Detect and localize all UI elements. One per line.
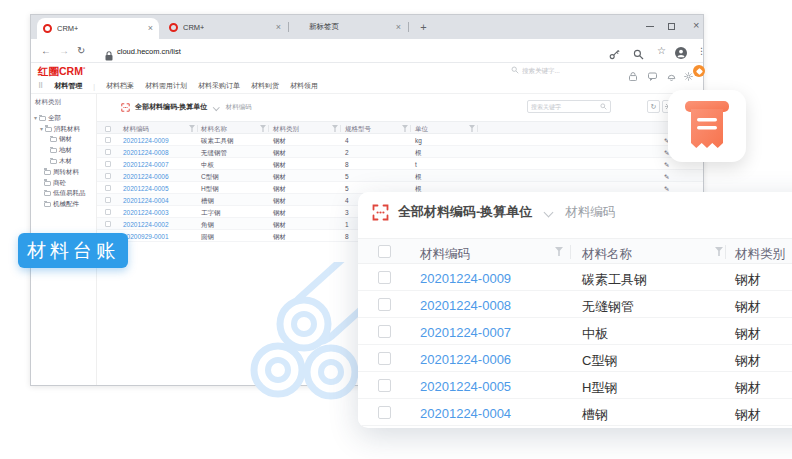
apps-grid-icon[interactable] (38, 82, 43, 90)
cell-material-code[interactable]: 20201224-0006 (420, 352, 511, 367)
global-search-input[interactable] (522, 67, 596, 74)
menu-item[interactable]: 材料采购订单 (198, 81, 240, 91)
close-button[interactable] (693, 19, 699, 31)
tab-crm-2[interactable]: CRM+ (163, 15, 287, 39)
tree-item[interactable]: 低值易耗品 (31, 189, 96, 200)
tree-item[interactable]: 全部 (31, 113, 96, 124)
menu-item[interactable]: 材料档案 (106, 81, 134, 91)
list-search-input[interactable] (531, 104, 600, 110)
table-row[interactable]: 20201224-0006C型钢钢材5根 (97, 170, 703, 182)
profile-avatar[interactable] (675, 45, 687, 63)
menu-item[interactable]: 材料领用 (290, 81, 318, 91)
column-filter-icon[interactable] (402, 125, 408, 132)
table-row[interactable]: 20201224-0005H型钢钢材 (358, 372, 792, 399)
tree-item[interactable]: 周转材料 (31, 167, 96, 178)
zoom-icon[interactable] (633, 46, 644, 64)
table-row[interactable]: 20201224-0007中板钢材 (358, 318, 792, 345)
table-row[interactable]: 20201224-0007中板钢材8t (97, 158, 703, 170)
row-checkbox[interactable] (378, 379, 391, 392)
cell-material-code[interactable]: 20201224-0008 (420, 298, 511, 313)
row-checkbox[interactable] (105, 221, 111, 227)
table-row[interactable]: 20201224-0008无缝钢管钢材2根 (97, 146, 703, 158)
main-table-header: 材料编码材料名称材料类别规格型号单位 (97, 121, 703, 134)
url-text[interactable]: cloud.hecom.cn/list (117, 47, 181, 56)
cell-material-code[interactable]: 20201224-0004 (420, 406, 511, 421)
tree-item[interactable]: 钢材 (31, 135, 96, 146)
tree-item[interactable]: 地材 (31, 145, 96, 156)
table-row[interactable]: 20201224-0004槽钢钢材 (358, 399, 792, 426)
cell-material-code[interactable]: 20201224-0007 (123, 161, 169, 168)
menu-item[interactable]: 材料到货 (251, 81, 279, 91)
row-checkbox[interactable] (105, 209, 111, 215)
column-filter-icon[interactable] (260, 125, 266, 132)
cell-spec: 5 (345, 173, 349, 180)
row-checkbox[interactable] (378, 325, 391, 338)
maximize-button[interactable] (668, 23, 675, 30)
cell-material-code[interactable]: 20201224-0009 (123, 137, 169, 144)
column-filter-icon[interactable] (469, 125, 475, 132)
row-checkbox[interactable] (105, 137, 111, 143)
cell-material-code[interactable]: 20201224-0005 (123, 185, 169, 192)
cell-material-code[interactable]: 20201224-0009 (420, 271, 511, 286)
tab-separator (408, 22, 409, 32)
cell-material-code[interactable]: 20200929-0001 (123, 233, 169, 240)
key-icon[interactable] (609, 46, 620, 64)
row-checkbox[interactable] (105, 197, 111, 203)
table-row[interactable]: 20201224-0008无缝钢管钢材 (358, 291, 792, 318)
overlay-view-switcher[interactable]: 全部材料编码-换算单位 材料编码 (372, 203, 615, 221)
edit-icon[interactable] (664, 173, 669, 181)
cell-material-code[interactable]: 20201224-0008 (123, 149, 169, 156)
column-header: 规格型号 (345, 125, 371, 134)
row-checkbox[interactable] (105, 173, 111, 179)
table-row[interactable]: 20201224-0006C型钢钢材 (358, 345, 792, 372)
menu-item[interactable]: 材料需用计划 (145, 81, 187, 91)
forward-icon[interactable] (59, 45, 69, 57)
menu-item-primary[interactable]: 材料管理 (54, 81, 82, 91)
row-checkbox[interactable] (105, 149, 111, 155)
tab-close-icon[interactable] (396, 23, 401, 32)
row-checkbox[interactable] (378, 298, 391, 311)
view-title: 全部材料编码-换算单位 (398, 203, 532, 221)
cell-material-name: 无缝钢管 (201, 149, 227, 158)
tab-newtab[interactable]: 新标签页 (289, 15, 407, 39)
edit-icon[interactable] (664, 161, 669, 169)
cell-material-code[interactable]: 20201224-0007 (420, 325, 511, 340)
cell-material-code[interactable]: 20201224-0003 (123, 209, 169, 216)
row-checkbox[interactable] (105, 185, 111, 191)
column-filter-icon[interactable] (555, 247, 563, 256)
cell-material-code[interactable]: 20201224-0002 (123, 221, 169, 228)
reload-icon[interactable] (77, 45, 85, 57)
tree-item[interactable]: 机械配件 (31, 199, 96, 210)
cell-material-code[interactable]: 20201224-0005 (420, 379, 511, 394)
select-all-checkbox[interactable] (105, 126, 111, 132)
column-filter-icon[interactable] (715, 247, 723, 256)
https-lock-icon[interactable] (105, 47, 113, 65)
user-avatar[interactable] (693, 65, 705, 77)
tree-item[interactable]: 木材 (31, 156, 96, 167)
crm-logo[interactable]: 红圈CRM° (38, 65, 85, 79)
back-icon[interactable] (41, 45, 51, 57)
table-row[interactable]: 20201224-0009碳素工具钢钢材 (358, 264, 792, 291)
table-row[interactable]: 20201224-0009碳素工具钢钢材4kg (97, 134, 703, 146)
minimize-button[interactable] (646, 26, 654, 27)
tree-item[interactable]: 商砼 (31, 178, 96, 189)
refresh-button[interactable] (647, 100, 660, 113)
cell-spec: 4 (345, 197, 349, 204)
row-checkbox[interactable] (378, 352, 391, 365)
tab-crm-1[interactable]: CRM+ (37, 18, 159, 39)
tree-item[interactable]: 消耗材料 (31, 124, 96, 135)
column-filter-icon[interactable] (189, 125, 195, 132)
row-checkbox[interactable] (378, 406, 391, 419)
cell-material-code[interactable]: 20201224-0006 (123, 173, 169, 180)
bookmark-star-icon[interactable] (657, 46, 666, 56)
row-checkbox[interactable] (378, 271, 391, 284)
cell-material-code[interactable]: 20201224-0004 (123, 197, 169, 204)
tab-close-icon[interactable] (148, 24, 153, 33)
browser-menu-icon[interactable] (697, 46, 706, 56)
new-tab-button[interactable] (417, 21, 430, 34)
column-filter-icon[interactable] (332, 125, 338, 132)
tab-close-icon[interactable] (276, 23, 281, 32)
view-switcher[interactable]: 全部材料编码-换算单位 材料编码 (121, 102, 252, 112)
select-all-checkbox[interactable] (378, 245, 391, 258)
row-checkbox[interactable] (105, 161, 111, 167)
